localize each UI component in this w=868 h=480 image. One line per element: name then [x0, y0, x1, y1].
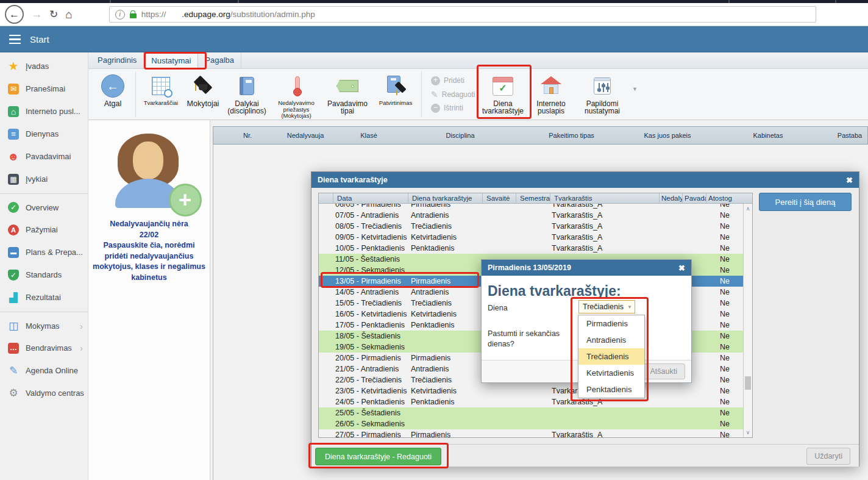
select-caret-icon: ▼ — [627, 304, 632, 310]
forward-icon[interactable]: → — [31, 8, 42, 21]
cell-timetable: Tvarkaraštis_A — [550, 204, 660, 210]
day-row[interactable]: 23/05 - Ketvirtadienis Ketvirtadienis Tv… — [319, 385, 743, 396]
day-option[interactable]: Trečiadienis — [578, 348, 644, 365]
hamburger-menu-icon[interactable] — [9, 35, 21, 45]
url-bar[interactable]: i https://.edupage.org/substitution/admi… — [109, 6, 816, 23]
reload-icon[interactable]: ↻ — [49, 8, 58, 21]
cell-holiday: Ne — [706, 265, 743, 276]
day-row[interactable]: 08/05 - Trečiadienis Trečiadienis Tvarka… — [319, 221, 743, 232]
site-info-icon[interactable]: i — [115, 10, 125, 20]
edit-day-title-bar[interactable]: Pirmadienis 13/05/2019 ✖ — [482, 260, 691, 276]
add-button[interactable]: +Pridėti — [431, 76, 477, 85]
cell-week — [483, 407, 516, 418]
table-scrollbar[interactable]: ∧ ∨ — [743, 204, 752, 437]
star-icon: ★ — [8, 61, 19, 72]
timetables-button[interactable]: Tvarkaraščiai — [139, 69, 183, 120]
edit-button[interactable]: ✎Redaguoti — [431, 90, 477, 99]
scroll-up-icon[interactable]: ∧ — [744, 206, 752, 212]
sidebar-item[interactable]: ◫ Mokymas › — [0, 312, 88, 337]
day-option[interactable]: Antradienis — [578, 332, 644, 348]
tab-nustatymai[interactable]: Nustatymai — [144, 52, 198, 68]
home-icon[interactable]: ⌂ — [65, 8, 72, 21]
cell-day — [408, 342, 483, 353]
cell-day: Antradienis — [408, 287, 483, 298]
cell-day: Penktadienis — [408, 396, 483, 407]
sidebar: ★ Įvadas ✉ Pranešimai ⌂ Interneto pusl..… — [0, 52, 88, 480]
back-button[interactable]: ← Atgal — [93, 69, 132, 120]
subjects-button[interactable]: Dalykai (disciplinos) — [223, 69, 271, 120]
cancel-button[interactable]: Atšaukti — [642, 364, 685, 379]
day-row[interactable]: 26/05 - Sekmadienis Ne — [319, 418, 743, 429]
day-in-timetable-button[interactable]: ✓ Diena tvarkaraštyje — [477, 69, 528, 120]
scroll-down-icon[interactable]: ∨ — [744, 429, 752, 435]
cell-timetable: Tvarkaraštis_A — [550, 243, 660, 254]
delete-button[interactable]: −Ištrinti — [431, 104, 477, 113]
sidebar-item[interactable]: ✉ Pranešimai — [0, 77, 88, 100]
teacher-avatar[interactable]: + — [110, 134, 188, 208]
sidebar-item[interactable]: … Bendravimas › — [0, 337, 88, 359]
day-row[interactable]: 06/05 - Pirmadienis Pirmadienis Tvarkara… — [319, 204, 743, 210]
absence-panel[interactable]: + Nedalyvaujančių nėra 22/02 Paspauskite… — [88, 120, 210, 480]
ssl-lock-icon[interactable] — [130, 13, 137, 18]
cell-semester — [516, 385, 550, 396]
sidebar-item[interactable]: ☻ Pavadavimai — [0, 145, 88, 168]
day-row[interactable]: 24/05 - Penktadienis Penktadienis Tvarka… — [319, 396, 743, 407]
cell-date: 07/05 - Antradienis — [333, 210, 408, 221]
web-page-button[interactable]: Interneto puslapis — [528, 69, 574, 120]
day-option[interactable]: Penktadienis — [578, 381, 644, 398]
tab-pagalba[interactable]: Pagalba — [198, 52, 241, 68]
additional-settings-button[interactable]: Papildomi nustatymai — [574, 69, 631, 120]
cell-semester — [516, 210, 550, 221]
cell-date: 16/05 - Ketvirtadienis — [333, 309, 408, 320]
day-row[interactable]: 10/05 - Penktadienis Penktadienis Tvarka… — [319, 243, 743, 254]
sidebar-item[interactable]: ⚙ Valdymo centras — [0, 382, 88, 404]
app-menu-label[interactable]: Start — [30, 34, 49, 45]
cell-holiday: Ne — [706, 429, 743, 437]
cell-day: Penktadienis — [408, 243, 483, 254]
cell-holiday: Ne — [706, 396, 743, 407]
close-icon[interactable]: ✖ — [678, 263, 685, 273]
day-row[interactable]: 07/05 - Antradienis Antradienis Tvarkara… — [319, 210, 743, 221]
tab-pagrindinis[interactable]: Pagrindinis — [91, 52, 144, 68]
cell-day — [408, 254, 483, 265]
sidebar-item[interactable]: ▬ Plans & Prepa... — [0, 241, 88, 263]
scrollbar-thumb[interactable] — [745, 376, 751, 390]
col-pastaba: Pastaba — [832, 132, 867, 139]
teachers-button[interactable]: Mokytojai — [183, 69, 223, 120]
close-icon[interactable]: ✖ — [846, 176, 853, 185]
close-dialog-button[interactable]: Uždaryti — [806, 448, 850, 465]
sidebar-item[interactable]: A Pažymiai — [0, 218, 88, 241]
absence-panel-text[interactable]: Nedalyvaujančių nėra 22/02 Paspauskite č… — [88, 219, 210, 283]
cell-day — [408, 331, 483, 342]
sidebar-item[interactable]: ★ Įvadas — [0, 55, 88, 77]
day-select[interactable]: Trečiadienis ▼ — [578, 300, 635, 313]
sidebar-item[interactable]: ✓ Standards — [0, 263, 88, 286]
cell-week — [483, 221, 516, 232]
graduation-cap-icon — [189, 76, 217, 96]
day-row[interactable]: 25/05 - Šeštadienis Ne — [319, 407, 743, 418]
back-icon[interactable]: ← — [5, 5, 24, 24]
sidebar-item[interactable]: ⌂ Interneto pusl... — [0, 100, 88, 123]
cell-date: 06/05 - Pirmadienis — [333, 204, 408, 210]
day-option[interactable]: Ketvirtadienis — [578, 365, 644, 381]
sidebar-item[interactable]: ▦ Įvykiai — [0, 168, 88, 190]
goto-day-button[interactable]: Pereiti į šią dieną — [759, 193, 852, 211]
day-option[interactable]: Pirmadienis — [578, 315, 644, 332]
day-row[interactable]: 27/05 - Pirmadienis Pirmadienis Tvarkara… — [319, 429, 743, 437]
substitution-types-button[interactable]: Pavadavimo tipai — [322, 69, 373, 120]
pencil-icon: ✎ — [431, 90, 438, 99]
sidebar-item[interactable]: ✎ Agenda Online — [0, 359, 88, 382]
absence-reasons-button[interactable]: Nedalyvavimo priežastys (Mokytojas) — [271, 69, 322, 120]
add-absence-plus-icon[interactable]: + — [169, 184, 202, 217]
sidebar-item[interactable]: ✓ Overview — [0, 193, 88, 218]
dropdown-caret-icon[interactable]: ▼ — [632, 86, 638, 92]
sidebar-item[interactable]: ≡ Dienynas — [0, 123, 88, 145]
day-row[interactable]: 09/05 - Ketvirtadienis Ketvirtadienis Tv… — [319, 232, 743, 243]
dialog-title-bar[interactable]: Diena tvarkaraštyje ✖ — [311, 172, 859, 188]
sidebar-item[interactable]: ▟ Rezultatai — [0, 286, 88, 309]
edit-day-button[interactable]: Diena tvarkaraštyje - Redaguoti — [315, 448, 441, 465]
col-semestras: Semestras — [516, 193, 550, 203]
cell-holiday: Ne — [706, 221, 743, 232]
confirmation-button[interactable]: Patvirtinimas — [373, 69, 418, 120]
cell-date: 25/05 - Šeštadienis — [333, 407, 408, 418]
